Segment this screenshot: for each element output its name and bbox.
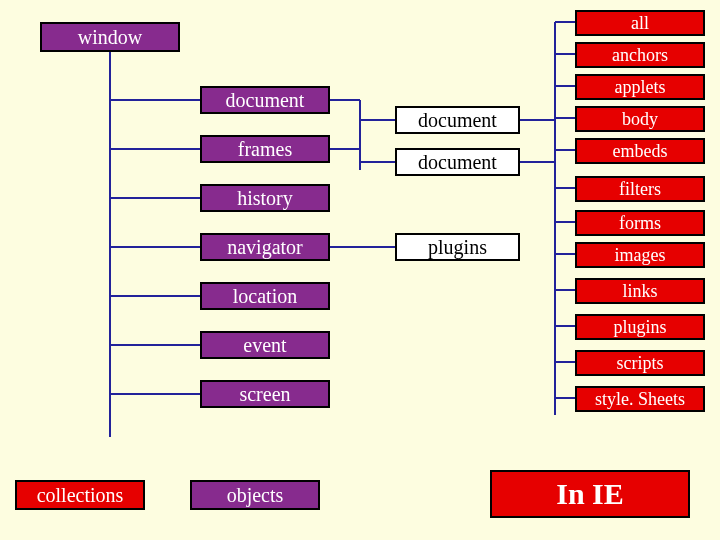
node-forms: forms <box>575 210 705 236</box>
diagram-stage: window document frames history navigator… <box>0 0 720 540</box>
node-frames: frames <box>200 135 330 163</box>
node-filters: filters <box>575 176 705 202</box>
node-scripts: scripts <box>575 350 705 376</box>
node-stylesheets: style. Sheets <box>575 386 705 412</box>
node-window: window <box>40 22 180 52</box>
node-screen: screen <box>200 380 330 408</box>
legend-in-ie: In IE <box>490 470 690 518</box>
node-applets: applets <box>575 74 705 100</box>
legend-objects: objects <box>190 480 320 510</box>
node-document: document <box>200 86 330 114</box>
node-links: links <box>575 278 705 304</box>
legend-collections: collections <box>15 480 145 510</box>
node-frame-document-1: document <box>395 106 520 134</box>
node-history: history <box>200 184 330 212</box>
node-event: event <box>200 331 330 359</box>
node-anchors: anchors <box>575 42 705 68</box>
node-navigator: navigator <box>200 233 330 261</box>
node-frame-document-2: document <box>395 148 520 176</box>
node-location: location <box>200 282 330 310</box>
node-plugins: plugins <box>395 233 520 261</box>
node-plugins-doc: plugins <box>575 314 705 340</box>
node-all: all <box>575 10 705 36</box>
node-embeds: embeds <box>575 138 705 164</box>
node-images: images <box>575 242 705 268</box>
node-body: body <box>575 106 705 132</box>
